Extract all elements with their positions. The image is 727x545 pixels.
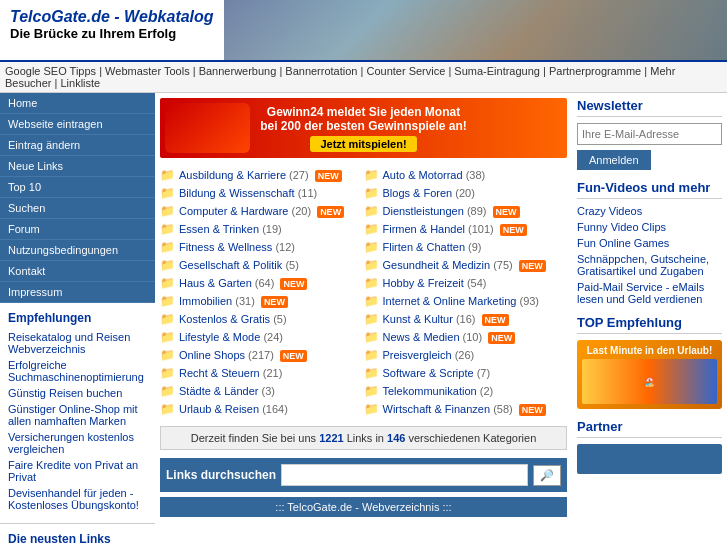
cat-link[interactable]: Computer & Hardware (20) NEW	[179, 205, 344, 217]
folder-icon: 📁	[160, 312, 175, 326]
sidebar-item-impressum[interactable]: Impressum	[0, 282, 155, 303]
search-input[interactable]	[281, 464, 528, 486]
cat-link[interactable]: Bildung & Wissenschaft (11)	[179, 187, 317, 199]
fun-link-4[interactable]: Paid-Mail Service - eMails lesen und Gel…	[577, 281, 722, 305]
footer-bar: ::: TelcoGate.de - Webverzeichnis :::	[160, 497, 567, 517]
search-button[interactable]: 🔎	[533, 465, 561, 486]
partner-title: Partner	[577, 419, 722, 438]
sidebar-item-forum[interactable]: Forum	[0, 219, 155, 240]
cat-link[interactable]: Flirten & Chatten (9)	[383, 241, 482, 253]
nav-webmaster[interactable]: Webmaster Tools	[105, 65, 190, 77]
fun-title: Fun-Videos und mehr	[577, 180, 722, 199]
nav-bannerrotation[interactable]: Bannerrotation	[285, 65, 357, 77]
sidebar-item-kontakt[interactable]: Kontakt	[0, 261, 155, 282]
sidebar-item-home[interactable]: Home	[0, 93, 155, 114]
folder-icon: 📁	[364, 204, 379, 218]
sidebar-item-neue-links[interactable]: Neue Links	[0, 156, 155, 177]
cat-link[interactable]: Kostenlos & Gratis (5)	[179, 313, 287, 325]
cat-link[interactable]: Auto & Motorrad (38)	[383, 169, 486, 181]
banner-text2: bei 200 der besten Gewinnspiele an!	[260, 119, 467, 133]
fun-link-1[interactable]: Funny Video Clips	[577, 221, 722, 233]
cat-link[interactable]: Städte & Länder (3)	[179, 385, 275, 397]
sidebar-item-top10[interactable]: Top 10	[0, 177, 155, 198]
cat-link[interactable]: Kunst & Kultur (16) NEW	[383, 313, 509, 325]
sidebar-item-nutzung[interactable]: Nutzungsbedingungen	[0, 240, 155, 261]
empf-link-5[interactable]: Faire Kredite von Privat an Privat	[8, 459, 147, 483]
banner-text1: Gewinn24 meldet Sie jeden Monat	[260, 105, 467, 119]
cat-link[interactable]: Hobby & Freizeit (54)	[383, 277, 487, 289]
cat-link[interactable]: Blogs & Foren (20)	[383, 187, 475, 199]
sidebar-item-suchen[interactable]: Suchen	[0, 198, 155, 219]
folder-icon: 📁	[364, 258, 379, 272]
partner-banner	[577, 444, 722, 474]
categories-right: 📁 Auto & Motorrad (38)📁 Blogs & Foren (2…	[364, 166, 568, 418]
empf-link-4[interactable]: Versicherungen kostenlos vergleichen	[8, 431, 147, 455]
cat-link[interactable]: Preisvergleich (26)	[383, 349, 475, 361]
empf-link-2[interactable]: Günstig Reisen buchen	[8, 387, 147, 399]
search-label: Links durchsuchen	[166, 468, 276, 482]
empfehlungen-title: Empfehlungen	[8, 311, 147, 325]
banner-btn[interactable]: Jetzt mitspielen!	[310, 136, 416, 152]
nav-partner[interactable]: Partnerprogramme	[549, 65, 641, 77]
cat-link[interactable]: Recht & Steuern (21)	[179, 367, 282, 379]
nav-bar: Google SEO Tipps | Webmaster Tools | Ban…	[0, 62, 727, 93]
cat-link[interactable]: Wirtschaft & Finanzen (58) NEW	[383, 403, 546, 415]
cat-link[interactable]: Urlaub & Reisen (164)	[179, 403, 288, 415]
main-layout: Home Webseite eintragen Eintrag ändern N…	[0, 93, 727, 545]
nav-bannerwerbung[interactable]: Bannerwerbung	[199, 65, 277, 77]
empf-link-3[interactable]: Günstiger Online-Shop mit allen namhafte…	[8, 403, 147, 427]
fun-link-2[interactable]: Fun Online Games	[577, 237, 722, 249]
new-links-title: Die neusten Links	[8, 532, 147, 545]
fun-link-3[interactable]: Schnäppchen, Gutscheine, Gratisartikel u…	[577, 253, 722, 277]
header-image	[224, 0, 727, 60]
content-area: Gewinn24 meldet Sie jeden Monat bei 200 …	[155, 93, 572, 545]
cat-link[interactable]: Haus & Garten (64) NEW	[179, 277, 307, 289]
sidebar-item-aendern[interactable]: Eintrag ändern	[0, 135, 155, 156]
cat-item: 📁 Bildung & Wissenschaft (11)	[160, 184, 364, 202]
cat-item: 📁 Telekommunikation (2)	[364, 382, 568, 400]
newsletter-email-input[interactable]	[577, 123, 722, 145]
top-empf-title: TOP Empfehlung	[577, 315, 722, 334]
cat-link[interactable]: Firmen & Handel (101) NEW	[383, 223, 527, 235]
folder-icon: 📁	[364, 186, 379, 200]
nav-suma[interactable]: Suma-Eintragung	[454, 65, 540, 77]
cat-link[interactable]: Lifestyle & Mode (24)	[179, 331, 283, 343]
promo-banner[interactable]: Gewinn24 meldet Sie jeden Monat bei 200 …	[160, 98, 567, 158]
cat-item: 📁 Ausbildung & Karriere (27) NEW	[160, 166, 364, 184]
newsletter-submit-button[interactable]: Anmelden	[577, 150, 651, 170]
empf-link-6[interactable]: Devisenhandel für jeden - Kostenloses Üb…	[8, 487, 147, 511]
cat-link[interactable]: Gesellschaft & Politik (5)	[179, 259, 299, 271]
empf-link-1[interactable]: Erfolgreiche Suchmaschinenoptimierung	[8, 359, 147, 383]
cat-item: 📁 Wirtschaft & Finanzen (58) NEW	[364, 400, 568, 418]
nav-counter[interactable]: Counter Service	[366, 65, 445, 77]
cat-link[interactable]: Ausbildung & Karriere (27) NEW	[179, 169, 342, 181]
cat-link[interactable]: Internet & Online Marketing (93)	[383, 295, 540, 307]
cat-link[interactable]: Online Shops (217) NEW	[179, 349, 307, 361]
cat-link[interactable]: Dienstleistungen (89) NEW	[383, 205, 520, 217]
nav-seo[interactable]: Google SEO Tipps	[5, 65, 96, 77]
stats-bar: Derzeit finden Sie bei uns 1221 Links in…	[160, 426, 567, 450]
fun-link-0[interactable]: Crazy Videos	[577, 205, 722, 217]
cat-item: 📁 Preisvergleich (26)	[364, 346, 568, 364]
cat-link[interactable]: Software & Scripte (7)	[383, 367, 491, 379]
cat-link[interactable]: News & Medien (10) NEW	[383, 331, 516, 343]
cat-link[interactable]: Immobilien (31) NEW	[179, 295, 288, 307]
cat-link[interactable]: Fitness & Wellness (12)	[179, 241, 295, 253]
cat-link[interactable]: Telekommunikation (2)	[383, 385, 494, 397]
folder-icon: 📁	[160, 330, 175, 344]
categories-grid: 📁 Ausbildung & Karriere (27) NEW📁 Bildun…	[160, 166, 567, 418]
top-empf-banner[interactable]: Last Minute in den Urlaub! 🏖️	[577, 340, 722, 409]
nav-linkliste[interactable]: Linkliste	[60, 77, 100, 89]
top-empfehlung-section: TOP Empfehlung Last Minute in den Urlaub…	[577, 315, 722, 409]
top-empf-image: 🏖️	[582, 359, 717, 404]
cat-link[interactable]: Essen & Trinken (19)	[179, 223, 282, 235]
sidebar-item-eintragen[interactable]: Webseite eintragen	[0, 114, 155, 135]
site-name-link[interactable]: TelcoGate.de	[10, 8, 110, 25]
cat-link[interactable]: Gesundheit & Medizin (75) NEW	[383, 259, 546, 271]
cat-item: 📁 Recht & Steuern (21)	[160, 364, 364, 382]
empf-link-0[interactable]: Reisekatalog und Reisen Webverzeichnis	[8, 331, 147, 355]
stats-cats-count: 146	[387, 432, 405, 444]
folder-icon: 📁	[160, 402, 175, 416]
folder-icon: 📁	[364, 294, 379, 308]
cat-item: 📁 Blogs & Foren (20)	[364, 184, 568, 202]
